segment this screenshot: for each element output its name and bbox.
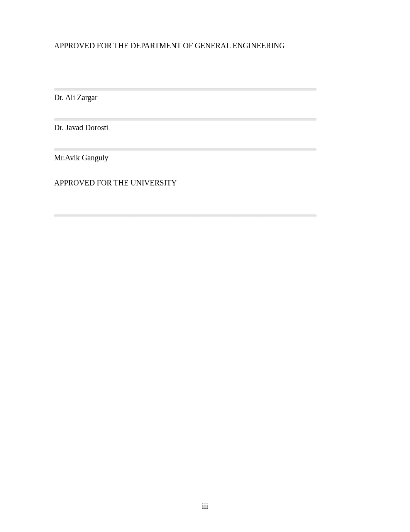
signature-line [54,118,317,121]
signature-block-3: Mr.Avik Ganguly [54,148,356,162]
department-approval-heading: APPROVED FOR THE DEPARTMENT OF GENERAL E… [54,41,356,50]
signature-name-1: Dr. Ali Zargar [54,93,356,102]
signature-name-2: Dr. Javad Dorosti [54,123,356,132]
university-approval-heading: APPROVED FOR THE UNIVERSITY [54,178,356,187]
signature-block-2: Dr. Javad Dorosti [54,118,356,132]
signature-block-university [54,214,356,217]
signature-line [54,148,317,151]
signature-line [54,214,317,217]
page-content: APPROVED FOR THE DEPARTMENT OF GENERAL E… [0,0,410,217]
signature-line [54,88,317,91]
signature-block-1: Dr. Ali Zargar [54,88,356,102]
page-number: iii [0,502,410,511]
signature-name-3: Mr.Avik Ganguly [54,153,356,162]
